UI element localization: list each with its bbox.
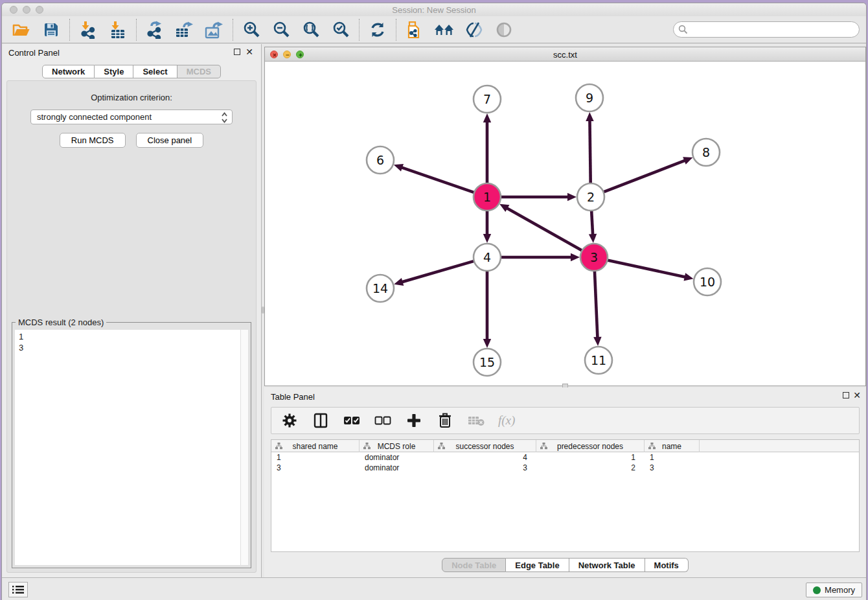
network-view-window: scc.txt 7968124314101511 [264,47,866,386]
zoom-out-button[interactable] [271,20,291,40]
criterion-select[interactable]: strongly connected component [30,110,233,124]
edge-2-3[interactable] [591,211,593,235]
table-settings-button[interactable] [280,411,299,430]
edge-1-6[interactable] [401,167,474,192]
column-label: MCDS role [378,442,416,451]
edge-2-9[interactable] [589,120,590,183]
hide-graphics-button[interactable] [464,20,485,40]
tab-motifs[interactable]: Motifs [645,558,689,572]
delete-table-button[interactable] [467,411,485,430]
mcds-result-item[interactable]: 3 [19,342,240,353]
tab-edge-table[interactable]: Edge Table [506,558,569,572]
memory-label: Memory [825,585,855,595]
export-network-button[interactable] [144,20,165,40]
table-cell[interactable]: 4 [434,452,536,463]
control-panel-tabs: NetworkStyleSelectMCDS [2,65,261,78]
export-table-icon [175,21,194,39]
delete-table-icon [468,415,485,426]
edge-arrowhead [589,234,597,243]
export-table-button[interactable] [174,20,195,40]
graph-node-label: 1 [483,190,491,204]
float-panel-icon[interactable] [234,49,240,55]
table-cell[interactable]: 1 [536,452,645,463]
home-layout-button[interactable] [434,20,455,40]
export-image-button[interactable] [204,20,225,40]
import-network-button[interactable] [78,20,98,40]
tab-node-table[interactable]: Node Table [442,558,506,572]
close-panel-icon[interactable]: ✕ [246,47,253,56]
clone-network-button[interactable] [404,20,425,40]
table-cell[interactable]: 3 [434,463,536,473]
trash-icon [439,413,451,428]
mcds-result-scrollbar[interactable] [240,330,248,565]
select-all-button[interactable] [343,411,361,430]
float-table-panel-icon[interactable] [843,392,849,398]
edge-3-10[interactable] [608,260,686,277]
save-session-button[interactable] [41,20,62,40]
close-panel-button[interactable]: Close panel [136,133,204,148]
memory-button[interactable]: Memory [806,583,862,597]
edge-4-14[interactable] [402,261,474,283]
table-cell[interactable]: 1 [271,452,360,463]
import-table-button[interactable] [108,20,128,40]
houses-icon [434,22,455,38]
table-cell[interactable]: dominator [360,463,434,473]
table-cell[interactable]: 3 [271,463,360,473]
edge-arrowhead [483,113,491,122]
zoom-fit-button[interactable] [301,20,321,40]
graph-node-label: 15 [479,355,495,369]
table-row[interactable]: 1dominator411 [271,452,859,463]
delete-column-button[interactable] [436,411,454,430]
column-label: successor nodes [455,442,514,451]
tab-style[interactable]: Style [95,65,133,78]
optimization-criterion-label: Optimization criterion: [7,93,256,102]
table-cell[interactable]: dominator [360,452,434,463]
column-header-shared-name[interactable]: shared name [271,440,360,452]
deselect-all-button[interactable] [374,411,392,430]
export-image-icon [205,21,224,39]
column-label: predecessor nodes [557,442,623,451]
zoom-in-button[interactable] [241,20,262,40]
main-toolbar [2,16,866,43]
column-header-successor-nodes[interactable]: successor nodes [434,440,536,452]
table-panel-tabs: Node TableEdge TableNetwork TableMotifs [264,558,866,572]
network-window-titlebar: scc.txt [265,47,865,62]
table-panel: Table Panel ✕ [264,387,866,577]
show-column-panel-button[interactable] [312,411,330,430]
zoom-selected-button[interactable] [330,20,351,40]
edge-arrowhead [683,157,692,165]
mcds-result-item[interactable]: 1 [19,331,240,342]
table-cell[interactable]: 2 [536,463,645,473]
refresh-view-button[interactable] [367,20,388,40]
main-area: Control Panel ✕ NetworkStyleSelectMCDS O… [2,44,867,577]
mcds-result-list[interactable]: 13 [15,330,240,565]
column-type-icon [540,443,547,450]
column-header-name[interactable]: name [645,440,700,452]
tab-mcds[interactable]: MCDS [177,65,221,78]
tab-network[interactable]: Network [42,65,95,78]
run-mcds-button[interactable]: Run MCDS [60,133,126,148]
network-graph[interactable]: 7968124314101511 [265,62,865,386]
edge-arrowhead [586,112,593,121]
search-input[interactable] [673,21,860,38]
column-header-predecessor-nodes[interactable]: predecessor nodes [536,440,645,452]
table-cell[interactable]: 1 [645,452,700,463]
function-builder-button[interactable]: f(x) [498,411,515,430]
table-row[interactable]: 3dominator323 [271,463,859,473]
table-cell[interactable]: 3 [645,463,700,473]
graph-node-label: 10 [700,275,715,289]
edge-3-11[interactable] [595,271,598,338]
edge-arrowhead [684,273,694,281]
column-type-icon [648,443,656,450]
tab-network-table[interactable]: Network Table [569,558,645,572]
tab-select[interactable]: Select [133,65,177,78]
close-table-panel-icon[interactable]: ✕ [853,391,861,400]
eye-disabled-button[interactable] [494,20,514,40]
add-column-button[interactable] [405,411,423,430]
column-header-mcds-role[interactable]: MCDS role [360,440,434,452]
open-session-button[interactable] [11,20,32,40]
graph-node-label: 9 [586,91,593,105]
edge-3-1[interactable] [507,208,582,251]
task-history-button[interactable] [8,582,28,597]
edge-2-8[interactable] [604,160,686,192]
